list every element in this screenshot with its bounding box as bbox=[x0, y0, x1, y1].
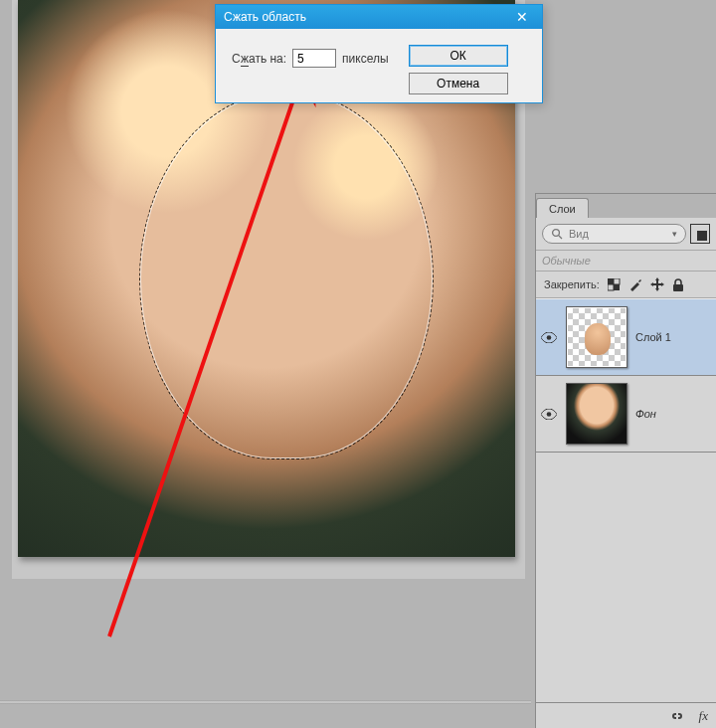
chevron-down-icon: ▾ bbox=[672, 229, 677, 239]
cancel-button[interactable]: Отмена bbox=[409, 73, 508, 94]
layers-panel: Слои Вид ▾ Обычные Закрепить: Слой 1 bbox=[535, 193, 716, 728]
lock-icon[interactable] bbox=[672, 278, 684, 291]
layer-name[interactable]: Фон bbox=[635, 408, 656, 420]
layer-row[interactable]: Фон bbox=[536, 375, 716, 453]
panel-footer: fx bbox=[536, 702, 716, 728]
ruler-bar bbox=[0, 700, 531, 704]
svg-line-2 bbox=[559, 236, 562, 239]
visibility-toggle[interactable] bbox=[540, 332, 558, 343]
layer-thumbnail[interactable] bbox=[566, 306, 627, 368]
filter-toggle-icon[interactable] bbox=[690, 224, 710, 244]
eye-icon bbox=[541, 409, 557, 420]
contract-selection-dialog: Сжать область ✕ Сжать на: пикселы ОК Отм… bbox=[215, 4, 543, 103]
svg-rect-6 bbox=[608, 284, 614, 290]
dialog-titlebar[interactable]: Сжать область ✕ bbox=[216, 5, 542, 29]
lock-row: Закрепить: bbox=[536, 272, 716, 298]
svg-rect-7 bbox=[673, 284, 683, 291]
eye-icon bbox=[541, 332, 557, 343]
layers-list: Слой 1 Фон bbox=[536, 298, 716, 702]
link-icon[interactable] bbox=[669, 711, 685, 721]
filter-dropdown[interactable]: Вид ▾ bbox=[542, 224, 686, 244]
unit-label: пикселы bbox=[342, 52, 389, 66]
close-icon[interactable]: ✕ bbox=[510, 5, 534, 29]
panel-filter-row: Вид ▾ bbox=[536, 218, 716, 251]
svg-rect-3 bbox=[608, 278, 614, 284]
contract-by-label: Сжать на: bbox=[232, 52, 286, 66]
layer-row[interactable]: Слой 1 bbox=[536, 298, 716, 376]
fx-icon[interactable]: fx bbox=[699, 708, 708, 724]
ok-button[interactable]: ОК bbox=[409, 45, 508, 67]
brush-icon[interactable] bbox=[628, 277, 642, 291]
svg-point-1 bbox=[553, 230, 560, 237]
visibility-toggle[interactable] bbox=[540, 409, 558, 420]
svg-point-9 bbox=[547, 412, 552, 417]
move-icon[interactable] bbox=[650, 277, 664, 291]
layer-name[interactable]: Слой 1 bbox=[635, 331, 671, 343]
svg-rect-5 bbox=[614, 278, 620, 284]
svg-point-8 bbox=[547, 335, 552, 340]
tab-layers[interactable]: Слои bbox=[536, 198, 589, 218]
blend-mode-dropdown[interactable]: Обычные bbox=[536, 251, 716, 272]
dialog-title: Сжать область bbox=[224, 10, 306, 24]
contract-by-input[interactable] bbox=[292, 49, 336, 68]
layer-thumbnail[interactable] bbox=[566, 383, 627, 445]
filter-label: Вид bbox=[569, 228, 589, 240]
svg-rect-4 bbox=[614, 284, 620, 290]
panel-tabs: Слои bbox=[536, 194, 716, 218]
search-icon bbox=[551, 228, 563, 240]
lock-label: Закрепить: bbox=[544, 278, 600, 290]
lock-transparency-icon[interactable] bbox=[608, 278, 621, 291]
